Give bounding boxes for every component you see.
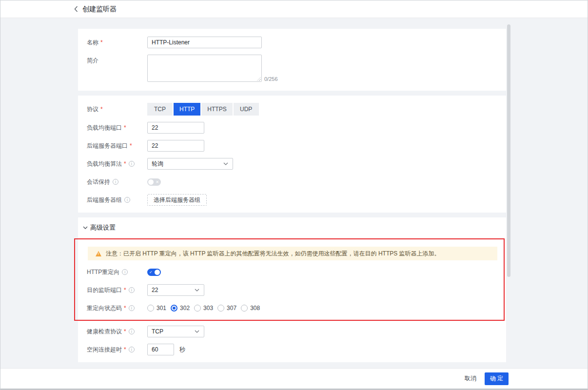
lb-port-input[interactable]: [147, 122, 204, 134]
health-protocol-select[interactable]: TCP: [147, 326, 204, 337]
info-icon[interactable]: i: [124, 197, 130, 203]
protocol-row: 协议 * TCP HTTP HTTPS UDP: [87, 103, 506, 116]
http-redirect-highlight-box: 注意：已开启 HTTP 重定向，该 HTTP 监听器上的其他配置将无法生效，如仍…: [74, 238, 505, 321]
session-persistence-row: 会话保持 i ✕: [87, 176, 506, 188]
radio-302-label: 302: [180, 305, 190, 312]
lb-algorithm-row: 负载均衡算法 * i 轮询: [87, 158, 506, 170]
redirect-status-label-text: 重定向状态码: [87, 302, 122, 314]
back-button[interactable]: [73, 6, 79, 13]
page-header: 创建监听器: [0, 0, 588, 18]
backend-group-row: 后端服务器组 i 选择后端服务器组: [87, 194, 506, 206]
info-icon[interactable]: i: [129, 329, 135, 334]
health-protocol-label: 健康检查协议 * i: [87, 326, 147, 337]
description-row: 简介 0/256: [87, 55, 506, 82]
lb-port-row: 负载均衡端口 *: [87, 122, 506, 134]
page-title: 创建监听器: [82, 5, 117, 14]
advanced-settings-title: 高级设置: [90, 223, 116, 232]
info-icon[interactable]: i: [129, 347, 135, 352]
protocol-label: 协议 *: [87, 103, 147, 115]
http-redirect-label-text: HTTP重定向: [87, 266, 119, 278]
info-icon[interactable]: i: [113, 179, 118, 185]
radio-301-label: 301: [157, 305, 166, 312]
description-label-text: 简介: [87, 57, 98, 64]
backend-port-row: 后端服务器端口 *: [87, 140, 506, 152]
confirm-button[interactable]: 确 定: [485, 372, 509, 385]
redirect-status-row: 重定向状态码 * i 301 302: [87, 302, 504, 314]
radio-302[interactable]: 302: [171, 305, 190, 312]
radio-301[interactable]: 301: [147, 305, 166, 312]
radio-circle: [241, 305, 248, 312]
lb-port-label-text: 负载均衡端口: [87, 122, 122, 134]
info-icon[interactable]: i: [129, 305, 135, 311]
health-protocol-row: 健康检查协议 * i TCP: [87, 326, 506, 337]
basic-info-card: 名称 * 简介 0/256: [78, 29, 506, 91]
name-label-text: 名称: [87, 37, 98, 48]
name-row: 名称 *: [87, 37, 506, 48]
footer-bar: 取消 确 定: [0, 368, 588, 389]
radio-circle: [194, 305, 201, 312]
redirect-status-radio-group: 301 302 303: [147, 305, 260, 312]
chevron-down-icon: [223, 162, 228, 165]
idle-timeout-label-text: 空闲连接超时: [87, 344, 122, 355]
description-textarea[interactable]: [147, 55, 262, 82]
session-persistence-label: 会话保持 i: [87, 176, 147, 188]
name-label: 名称 *: [87, 37, 147, 48]
redirect-port-label: 目的监听端口 * i: [87, 284, 147, 296]
health-protocol-value: TCP: [152, 328, 163, 335]
idle-timeout-input[interactable]: [147, 344, 174, 355]
required-marker: *: [100, 103, 103, 115]
create-listener-page: 创建监听器 名称 * 简介: [0, 0, 588, 390]
vertical-scrollbar-thumb[interactable]: [507, 24, 510, 277]
http-redirect-toggle[interactable]: ✓: [147, 269, 161, 276]
radio-308[interactable]: 308: [241, 305, 260, 312]
session-persistence-toggle[interactable]: ✕: [147, 178, 161, 186]
lb-algorithm-label-text: 负载均衡算法: [87, 158, 122, 170]
protocol-tab-udp[interactable]: UDP: [234, 103, 259, 116]
protocol-tab-tcp[interactable]: TCP: [147, 103, 173, 116]
required-marker: *: [124, 284, 126, 296]
backend-group-label: 后端服务器组 i: [87, 194, 147, 206]
redirect-port-value: 22: [152, 287, 158, 293]
idle-timeout-row: 空闲连接超时 * i 秒: [87, 344, 506, 355]
health-protocol-label-text: 健康检查协议: [87, 326, 122, 337]
protocol-tab-http[interactable]: HTTP: [174, 103, 200, 116]
http-redirect-row: HTTP重定向 i ✓: [87, 266, 504, 278]
redirect-port-row: 目的监听端口 * i 22: [87, 284, 504, 296]
info-icon[interactable]: i: [129, 287, 135, 293]
info-icon[interactable]: i: [129, 161, 135, 167]
description-label: 简介: [87, 55, 147, 64]
radio-303[interactable]: 303: [194, 305, 213, 312]
advanced-settings-toggle[interactable]: 高级设置: [78, 221, 506, 234]
backend-port-label: 后端服务器端口 *: [87, 140, 147, 152]
content-area: 名称 * 简介 0/256: [0, 18, 588, 368]
cross-icon: ✕: [156, 178, 159, 186]
listener-config-card: 协议 * TCP HTTP HTTPS UDP 负载均衡端口 *: [78, 96, 506, 213]
chevron-left-icon: [74, 6, 78, 12]
name-input[interactable]: [147, 37, 262, 48]
session-persistence-label-text: 会话保持: [87, 176, 110, 188]
check-icon: ✓: [149, 269, 153, 276]
warning-text: 注意：已开启 HTTP 重定向，该 HTTP 监听器上的其他配置将无法生效，如仍…: [106, 250, 440, 258]
radio-circle-selected: [171, 305, 177, 312]
redirect-port-select[interactable]: 22: [147, 284, 204, 296]
radio-307[interactable]: 307: [217, 305, 236, 312]
lb-algorithm-label: 负载均衡算法 * i: [87, 158, 147, 170]
warning-icon: [96, 251, 101, 256]
backend-port-input[interactable]: [147, 140, 204, 152]
lb-algorithm-value: 轮询: [152, 160, 163, 168]
chevron-down-icon: [195, 289, 199, 292]
http-redirect-label: HTTP重定向 i: [87, 266, 147, 278]
lb-port-label: 负载均衡端口 *: [87, 122, 147, 134]
required-marker: *: [124, 122, 126, 134]
warning-banner: 注意：已开启 HTTP 重定向，该 HTTP 监听器上的其他配置将无法生效，如仍…: [88, 247, 497, 260]
select-backend-group-button[interactable]: 选择后端服务器组: [147, 194, 207, 206]
redirect-status-label: 重定向状态码 * i: [87, 302, 147, 314]
backend-group-label-text: 后端服务器组: [87, 194, 122, 206]
cancel-button[interactable]: 取消: [465, 374, 476, 383]
required-marker: *: [124, 344, 126, 355]
info-icon[interactable]: i: [122, 269, 128, 275]
protocol-tab-https[interactable]: HTTPS: [201, 103, 232, 116]
required-marker: *: [124, 302, 126, 314]
advanced-settings-card: 高级设置 注意：已开启 HTTP 重定向，该 HTTP 监听器上的其他配置将无法…: [78, 217, 506, 362]
lb-algorithm-select[interactable]: 轮询: [147, 158, 233, 170]
